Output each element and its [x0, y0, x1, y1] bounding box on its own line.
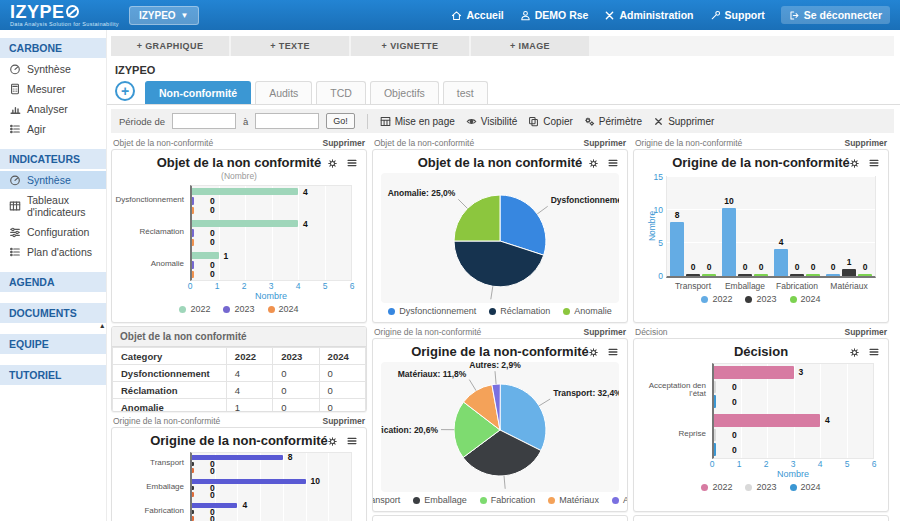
bar[interactable] — [192, 239, 194, 246]
bar[interactable] — [192, 516, 194, 521]
legend-item[interactable]: 2023 — [745, 482, 776, 492]
legend-item[interactable]: 2024 — [268, 304, 299, 314]
bar[interactable] — [774, 249, 788, 276]
topnav-item-se-d-connecter[interactable]: Se déconnecter — [781, 6, 890, 24]
add-item-vignette-button[interactable]: + VIGNETTE — [351, 36, 469, 56]
bar[interactable] — [192, 271, 194, 278]
date-to-input[interactable] — [255, 113, 319, 129]
date-from-input[interactable] — [172, 113, 236, 129]
sidebar-item-mesurer[interactable]: Mesurer — [0, 80, 106, 98]
bar[interactable] — [192, 207, 194, 214]
delete-panel-link[interactable]: Supprimer — [583, 327, 626, 337]
chart-settings-button[interactable] — [849, 156, 860, 169]
tab-audits[interactable]: Audits — [255, 81, 312, 104]
topnav-item-accueil[interactable]: Accueil — [451, 9, 503, 21]
bar[interactable] — [714, 395, 716, 408]
delete-panel-link[interactable]: Supprimer — [844, 138, 887, 148]
legend-item[interactable]: 2023 — [223, 304, 254, 314]
legend-item[interactable]: Fabrication — [480, 495, 536, 505]
tab-objectifs[interactable]: Objectifs — [370, 81, 439, 104]
legend-item[interactable]: Transport — [372, 495, 400, 505]
bar[interactable] — [670, 222, 684, 276]
bar[interactable] — [192, 229, 194, 236]
bar[interactable] — [714, 443, 716, 456]
sidebar-section-header[interactable]: AGENDA — [0, 272, 106, 292]
action-mise-en-page[interactable]: Mise en page — [380, 116, 455, 127]
tab-tcd[interactable]: TCD — [316, 81, 366, 104]
delete-panel-link[interactable]: Supprimer — [583, 138, 626, 148]
bar[interactable] — [754, 274, 768, 276]
chart-settings-button[interactable] — [588, 156, 599, 169]
bar[interactable] — [192, 492, 194, 497]
bar[interactable] — [842, 269, 856, 276]
action-supprimer[interactable]: Supprimer — [653, 116, 714, 127]
delete-panel-link[interactable]: Supprimer — [322, 416, 365, 426]
sidebar-section-header[interactable]: TUTORIEL — [0, 365, 106, 385]
sidebar-item-analyser[interactable]: Analyser — [0, 100, 106, 118]
bar[interactable] — [192, 261, 194, 268]
chart-menu-button[interactable] — [607, 345, 619, 358]
bar[interactable] — [192, 455, 283, 460]
bar[interactable] — [686, 274, 700, 276]
action-visibilit-[interactable]: Visibilité — [466, 116, 518, 127]
legend-item[interactable]: Matériaux — [548, 495, 599, 505]
add-item-texte-button[interactable]: + TEXTE — [231, 36, 349, 56]
tab-test[interactable]: test — [443, 81, 488, 104]
add-item-image-button[interactable]: + IMAGE — [471, 36, 589, 56]
bar[interactable] — [738, 274, 752, 276]
sidebar-section-header[interactable]: EQUIPE — [0, 334, 106, 354]
bar[interactable] — [858, 274, 872, 276]
bar[interactable] — [192, 220, 298, 227]
bar[interactable] — [192, 468, 194, 473]
tab-non-conformit-[interactable]: Non-conformité — [145, 81, 251, 104]
bar[interactable] — [192, 510, 194, 515]
delete-panel-link[interactable]: Supprimer — [322, 138, 365, 148]
sidebar-item-synth-se[interactable]: Synthèse — [0, 60, 106, 78]
bar[interactable] — [714, 429, 716, 442]
action-p-rim-tre[interactable]: Périmètre — [584, 116, 642, 127]
bar[interactable] — [702, 274, 716, 276]
chart-menu-button[interactable] — [346, 156, 358, 169]
bar[interactable] — [192, 197, 194, 204]
legend-item[interactable]: 2024 — [790, 294, 821, 304]
bar[interactable] — [722, 208, 736, 276]
topnav-item-support[interactable]: Support — [710, 9, 765, 21]
legend-item[interactable]: 2022 — [179, 304, 210, 314]
sidebar-item-configuration[interactable]: Configuration — [0, 223, 106, 241]
add-item-graphique-button[interactable]: + GRAPHIQUE — [111, 36, 229, 56]
chart-settings-button[interactable] — [849, 345, 860, 358]
chart-menu-button[interactable] — [868, 345, 880, 358]
go-button[interactable]: Go! — [326, 113, 355, 129]
sidebar-item-plan-d-actions[interactable]: Plan d'actions — [0, 243, 106, 261]
chart-settings-button[interactable] — [588, 345, 599, 358]
legend-item[interactable]: 2024 — [790, 482, 821, 492]
legend-item[interactable]: Dysfonctionnement — [388, 306, 476, 316]
bar[interactable] — [192, 486, 194, 491]
topnav-item-demo-rse[interactable]: DEMO Rse — [520, 9, 589, 21]
bar[interactable] — [714, 414, 820, 427]
bar[interactable] — [714, 366, 794, 379]
workspace-dropdown-button[interactable]: IZYPEO ▼ — [129, 6, 199, 25]
bar[interactable] — [192, 462, 194, 467]
topnav-item-administration[interactable]: Administration — [604, 9, 693, 21]
bar[interactable] — [192, 252, 219, 259]
delete-panel-link[interactable]: Supprimer — [844, 327, 887, 337]
sidebar-item-tableaux-d-indicateurs[interactable]: Tableaux d'indicateurs — [0, 191, 106, 221]
bar[interactable] — [714, 381, 716, 394]
legend-item[interactable]: Anomalie — [563, 306, 612, 316]
chart-menu-button[interactable] — [346, 434, 358, 447]
bar[interactable] — [790, 274, 804, 276]
chart-menu-button[interactable] — [868, 156, 880, 169]
chart-settings-button[interactable] — [327, 434, 338, 447]
action-copier[interactable]: Copier — [528, 116, 572, 127]
add-tab-button[interactable]: + — [115, 81, 135, 101]
bar[interactable] — [806, 274, 820, 276]
sidebar-section-header[interactable]: DOCUMENTS▴ — [0, 303, 106, 323]
legend-item[interactable]: Autres — [612, 495, 628, 505]
sidebar-item-synth-se[interactable]: Synthèse — [0, 171, 106, 189]
legend-item[interactable]: 2022 — [701, 482, 732, 492]
bar[interactable] — [826, 274, 840, 276]
legend-item[interactable]: Réclamation — [489, 306, 550, 316]
legend-item[interactable]: 2023 — [745, 294, 776, 304]
sidebar-section-header[interactable]: CARBONE — [0, 38, 106, 58]
